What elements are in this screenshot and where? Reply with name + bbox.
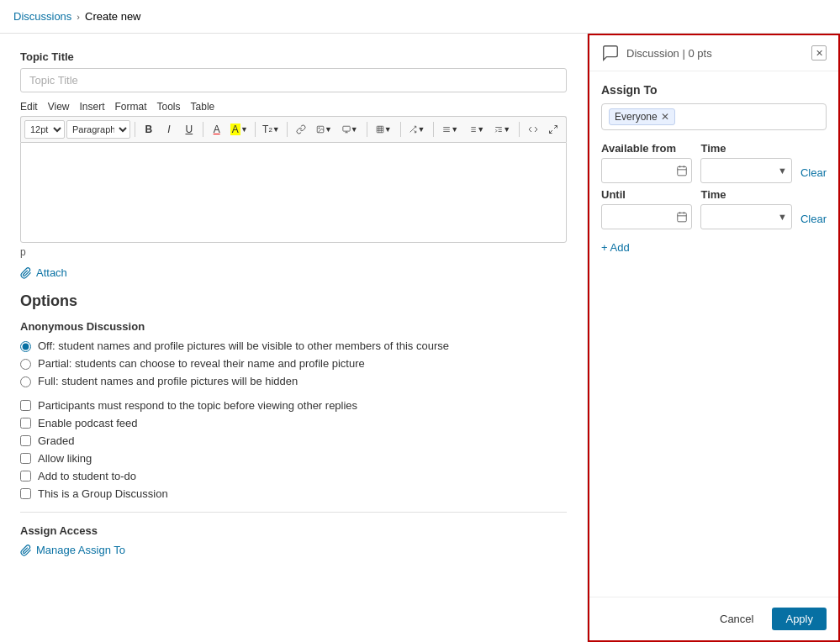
image-button[interactable]: ▼ <box>312 120 336 139</box>
until-row: Until Time ▼ <box>601 188 827 229</box>
checkbox-graded-input[interactable] <box>20 435 31 446</box>
checkbox-respond-input[interactable] <box>20 400 31 411</box>
panel-footer: Cancel Apply <box>589 597 838 640</box>
embed-button[interactable]: ▼ <box>338 120 362 139</box>
checkbox-todo-input[interactable] <box>20 471 31 482</box>
checkbox-podcast-input[interactable] <box>20 418 31 429</box>
assign-tag-close-button[interactable]: ✕ <box>661 111 669 123</box>
panel-title: Discussion | 0 pts <box>626 47 712 60</box>
breadcrumb: Discussions › Create new <box>0 0 840 34</box>
align-button[interactable]: ▼ <box>438 120 462 139</box>
manage-assign-to-link[interactable]: Manage Assign To <box>20 544 567 556</box>
available-from-label: Available from <box>601 142 692 155</box>
code-button[interactable] <box>524 120 542 139</box>
table-button[interactable]: ▼ <box>372 120 396 139</box>
until-calendar-button[interactable] <box>676 211 688 223</box>
until-time-group: Time ▼ <box>700 188 791 229</box>
special-chars-button[interactable]: ▼ <box>404 120 429 139</box>
radio-full: Full: student names and profile pictures… <box>20 375 567 387</box>
radio-off-input[interactable] <box>20 341 31 352</box>
until-time-select-wrapper: ▼ <box>700 204 791 229</box>
editor-body[interactable] <box>20 142 567 243</box>
toolbar-sep-1 <box>135 122 135 137</box>
topic-title-label: Topic Title <box>20 50 567 63</box>
editor-menu-bar: Edit View Insert Format Tools Table <box>20 101 567 113</box>
toolbar-sep-7 <box>433 122 434 137</box>
breadcrumb-create-new: Create new <box>85 10 140 23</box>
superscript-button[interactable]: T2▼ <box>260 120 283 139</box>
main-editor-panel: Topic Title Edit View Insert Format Tool… <box>0 34 588 642</box>
menu-format[interactable]: Format <box>115 101 147 113</box>
available-from-row: Available from Time ▼ <box>601 142 827 183</box>
svg-rect-30 <box>678 213 687 222</box>
discussion-panel-icon <box>601 44 620 62</box>
available-from-clear-link[interactable]: Clear <box>800 166 827 183</box>
menu-view[interactable]: View <box>48 101 70 113</box>
checkbox-respond-before-view: Participants must respond to the topic b… <box>20 399 567 412</box>
assign-to-field[interactable]: Everyone ✕ <box>601 103 827 130</box>
attach-icon <box>20 267 32 279</box>
add-date-button[interactable]: + Add <box>601 241 630 254</box>
attach-link[interactable]: Attach <box>20 266 567 279</box>
underline-button[interactable]: U <box>180 120 198 139</box>
toolbar-sep-2 <box>203 122 203 137</box>
until-input-wrapper <box>601 204 692 229</box>
svg-rect-2 <box>343 126 350 131</box>
menu-table[interactable]: Table <box>191 101 215 113</box>
svg-rect-26 <box>678 166 687 176</box>
svg-line-25 <box>550 130 553 134</box>
breadcrumb-chevron: › <box>77 12 80 22</box>
link-button[interactable] <box>292 120 310 139</box>
highlight-button[interactable]: A ▼ <box>228 120 251 139</box>
apply-button[interactable]: Apply <box>772 608 827 630</box>
section-divider <box>20 512 567 513</box>
toolbar-sep-4 <box>287 122 288 137</box>
menu-tools[interactable]: Tools <box>157 101 181 113</box>
until-label: Until <box>601 188 692 201</box>
available-from-calendar-button[interactable] <box>676 165 688 176</box>
attach-label: Attach <box>36 266 67 279</box>
editor-toolbar: 12pt 10pt 14pt 18pt Paragraph Heading 1 … <box>20 116 567 142</box>
italic-button[interactable]: I <box>160 120 178 139</box>
panel-close-button[interactable]: ✕ <box>811 45 827 61</box>
checkbox-liking-input[interactable] <box>20 453 31 464</box>
radio-full-input[interactable] <box>20 376 31 387</box>
available-from-time-select[interactable] <box>700 158 791 183</box>
assign-everyone-tag: Everyone ✕ <box>609 108 675 125</box>
manage-assign-to-label: Manage Assign To <box>36 544 125 556</box>
paragraph-style-select[interactable]: Paragraph Heading 1 Heading 2 <box>66 120 130 139</box>
available-from-input-wrapper <box>601 158 692 183</box>
svg-rect-5 <box>377 126 383 133</box>
cancel-button[interactable]: Cancel <box>710 608 763 630</box>
assign-access-heading: Assign Access <box>20 524 567 537</box>
radio-partial-input[interactable] <box>20 359 31 370</box>
topic-title-input[interactable] <box>20 68 567 92</box>
anonymous-discussion-label: Anonymous Discussion <box>20 320 567 333</box>
checkbox-podcast: Enable podcast feed <box>20 417 567 429</box>
radio-partial: Partial: students can choose to reveal t… <box>20 357 567 370</box>
bold-button[interactable]: B <box>140 120 158 139</box>
checkbox-add-to-todo: Add to student to-do <box>20 470 567 482</box>
fullscreen-button[interactable] <box>544 120 563 139</box>
font-size-select[interactable]: 12pt 10pt 14pt 18pt <box>24 120 65 139</box>
until-time-select[interactable] <box>700 204 791 229</box>
menu-edit[interactable]: Edit <box>20 101 38 113</box>
breadcrumb-discussions[interactable]: Discussions <box>13 10 71 23</box>
list-button[interactable]: ▼ <box>464 120 489 139</box>
indent-button[interactable]: ▼ <box>490 120 515 139</box>
checkbox-liking-label: Allow liking <box>38 452 92 465</box>
toolbar-sep-5 <box>367 122 367 137</box>
toolbar-sep-3 <box>255 122 256 137</box>
radio-off: Off: student names and profile pictures … <box>20 339 567 352</box>
assign-to-label: Assign To <box>601 83 827 97</box>
checkbox-group-label: This is a Group Discussion <box>38 487 168 500</box>
assign-tag-label: Everyone <box>615 111 658 123</box>
available-from-group: Available from <box>601 142 692 183</box>
checkbox-graded-label: Graded <box>38 434 74 447</box>
until-clear-link[interactable]: Clear <box>800 213 827 229</box>
font-color-button[interactable]: A <box>208 120 226 139</box>
checkbox-group-discussion: This is a Group Discussion <box>20 487 567 500</box>
checkbox-group-input[interactable] <box>20 488 31 499</box>
menu-insert[interactable]: Insert <box>79 101 104 113</box>
radio-full-label: Full: student names and profile pictures… <box>38 375 298 387</box>
